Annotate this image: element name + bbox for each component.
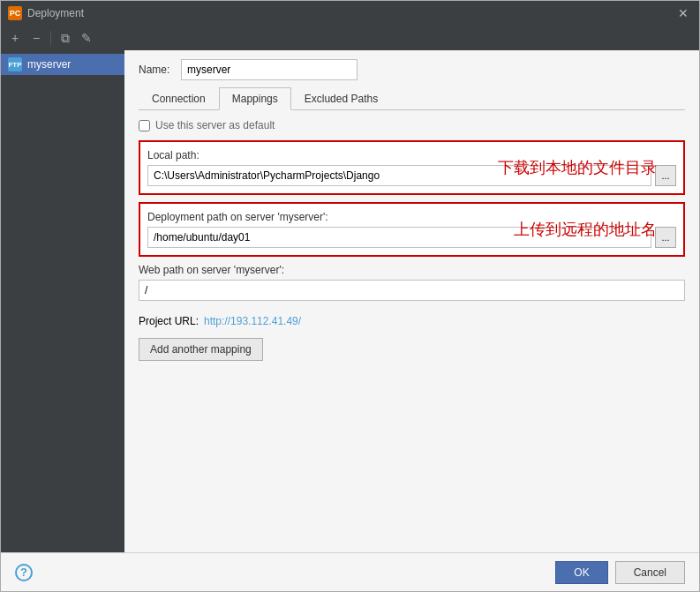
edit-server-button[interactable]: ✎ xyxy=(78,29,95,47)
bottom-bar: ? OK Cancel xyxy=(1,552,699,591)
title-bar-left: PC Deployment xyxy=(8,6,84,20)
toolbar-separator xyxy=(50,31,51,45)
local-path-input[interactable] xyxy=(147,165,651,186)
form-area: Name: Connection Mappings Excluded Paths… xyxy=(124,50,699,552)
add-mapping-container: Add another mapping xyxy=(139,338,685,361)
sidebar-item-label: myserver xyxy=(27,58,71,71)
local-path-label: Local path: xyxy=(147,149,676,161)
deployment-path-row: ... xyxy=(147,227,676,248)
local-path-section: Local path: ... 下载到本地的文件目录 xyxy=(139,140,685,195)
web-path-section: Web path on server 'myserver': xyxy=(139,264,685,308)
close-button[interactable]: ✕ xyxy=(674,6,692,20)
name-row: Name: xyxy=(139,59,685,80)
main-content: FTP myserver Name: Connection Mappings E… xyxy=(1,50,699,552)
deployment-path-browse-button[interactable]: ... xyxy=(655,227,676,248)
cancel-button[interactable]: Cancel xyxy=(615,561,685,584)
use-default-label: Use this server as default xyxy=(155,119,275,131)
deployment-dialog: PC Deployment ✕ + − ⧉ ✎ FTP myserver Nam… xyxy=(0,0,700,592)
bottom-buttons: OK Cancel xyxy=(555,561,685,584)
deployment-path-label: Deployment path on server 'myserver': xyxy=(147,211,676,223)
add-server-button[interactable]: + xyxy=(6,29,24,47)
sidebar-item-myserver[interactable]: FTP myserver xyxy=(1,54,124,75)
ok-button[interactable]: OK xyxy=(555,561,607,584)
help-icon[interactable]: ? xyxy=(15,564,33,581)
deployment-path-input[interactable] xyxy=(147,227,651,248)
tab-connection[interactable]: Connection xyxy=(139,87,219,110)
name-input[interactable] xyxy=(181,59,358,80)
window-title: Deployment xyxy=(27,7,84,19)
project-url-label: Project URL: xyxy=(139,315,199,327)
name-label: Name: xyxy=(139,64,174,76)
remove-server-button[interactable]: − xyxy=(27,29,45,47)
tab-mappings[interactable]: Mappings xyxy=(219,87,291,110)
add-mapping-button[interactable]: Add another mapping xyxy=(139,338,263,361)
deployment-path-section: Deployment path on server 'myserver': ..… xyxy=(139,202,685,257)
use-default-row: Use this server as default xyxy=(139,119,685,131)
local-path-row: ... xyxy=(147,165,676,186)
web-path-row xyxy=(139,280,685,301)
local-path-browse-button[interactable]: ... xyxy=(655,165,676,186)
title-bar: PC Deployment ✕ xyxy=(1,1,699,26)
web-path-label: Web path on server 'myserver': xyxy=(139,264,685,276)
use-default-checkbox[interactable] xyxy=(139,120,150,131)
server-icon: FTP xyxy=(8,57,22,71)
toolbar: + − ⧉ ✎ xyxy=(1,26,699,50)
sidebar: FTP myserver xyxy=(1,50,124,552)
web-path-input[interactable] xyxy=(139,280,685,301)
app-icon: PC xyxy=(8,6,22,20)
project-url-row: Project URL: http://193.112.41.49/ xyxy=(139,315,685,327)
tabs-bar: Connection Mappings Excluded Paths xyxy=(139,87,685,110)
tab-excluded-paths[interactable]: Excluded Paths xyxy=(291,87,391,110)
copy-server-button[interactable]: ⧉ xyxy=(56,29,74,47)
project-url-link[interactable]: http://193.112.41.49/ xyxy=(204,315,301,327)
